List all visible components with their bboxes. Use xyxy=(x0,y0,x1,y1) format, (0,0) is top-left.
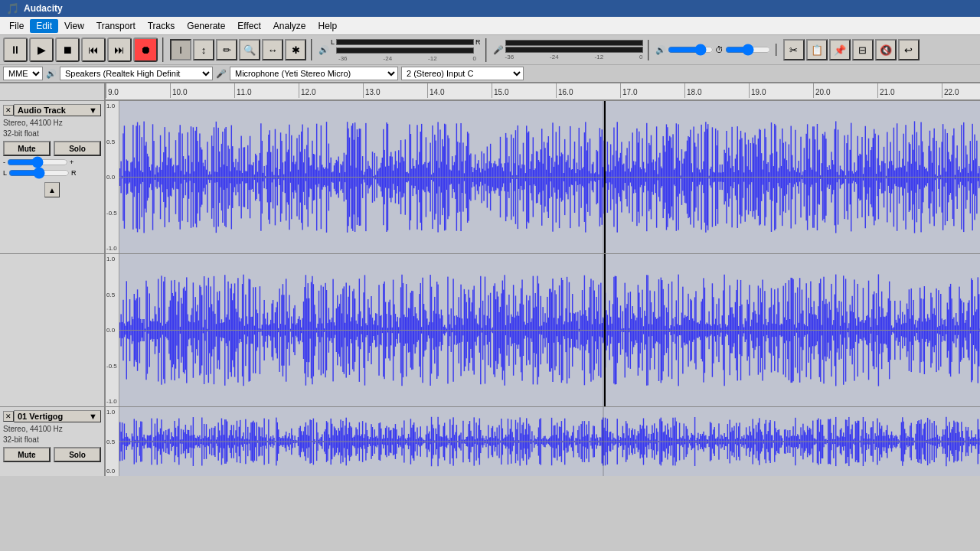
silence-button[interactable]: 🔇 xyxy=(875,39,897,60)
track-sample-rate-1: Stereo, 44100 Hz xyxy=(3,118,101,129)
volume-slider[interactable] xyxy=(668,44,714,56)
track-waveform-1b[interactable]: 1.0 0.5 0.0 -0.5 -1.0 xyxy=(106,254,980,406)
track-sample-rate-2: Stereo, 44100 Hz xyxy=(3,424,101,435)
track-waveform-1[interactable]: 1.0 0.5 0.0 -0.5 -1.0 xyxy=(106,101,980,253)
ruler-mark-20.0: 20.0 xyxy=(813,83,877,98)
gain-minus-1: - xyxy=(3,158,5,166)
menu-item-tracks[interactable]: Tracks xyxy=(142,19,181,33)
input-meter-section: 🎤 -36 -24 -12 0 xyxy=(493,40,649,60)
pan-left-1: L xyxy=(3,169,7,177)
ruler-mark-21.0: 21.0 xyxy=(877,83,942,98)
pan-right-1: R xyxy=(71,169,77,177)
output-device-select[interactable]: Speakers (Realtek High Definit xyxy=(60,67,213,80)
input-tick-2: -24 xyxy=(550,54,559,60)
track-dropdown-icon-1: ▼ xyxy=(89,106,97,115)
ruler-row: 9.010.011.012.013.014.015.016.017.018.01… xyxy=(0,83,980,101)
play-button[interactable]: ▶ xyxy=(29,37,54,62)
titlebar: 🎵 Audacity xyxy=(0,0,980,17)
api-select[interactable]: MME xyxy=(3,67,43,80)
solo-button-1[interactable]: Solo xyxy=(54,141,101,156)
y-axis-1: 1.0 0.5 0.0 -0.5 -1.0 xyxy=(106,101,119,253)
output-tick-2: -24 xyxy=(384,55,393,62)
output-tick-1: -36 xyxy=(338,55,348,62)
edit-tools-section: ✂ 📋 📌 ⊟ 🔇 ↩ xyxy=(783,39,924,60)
playback-icon: 🔊 xyxy=(318,45,329,55)
output-tick-3: -12 xyxy=(428,55,437,62)
select-tool-button[interactable]: I xyxy=(170,39,191,60)
multi-tool-button[interactable]: ✱ xyxy=(285,39,306,60)
tracks-container: ✕ Audio Track ▼ Stereo, 44100 Hz 32-bit … xyxy=(0,101,980,518)
zoom-tool-button[interactable]: 🔍 xyxy=(239,39,260,60)
track-close-1[interactable]: ✕ xyxy=(3,105,14,116)
ruler-mark-15.0: 15.0 xyxy=(492,83,556,98)
track-close-2[interactable]: ✕ xyxy=(3,411,14,422)
mic-icon-2: 🎤 xyxy=(216,69,227,79)
stop-button[interactable]: ⏹ xyxy=(55,37,80,62)
mute-button-2[interactable]: Mute xyxy=(3,447,51,462)
pan-row-1: L R xyxy=(3,168,101,178)
skip-end-button[interactable]: ⏭ xyxy=(107,37,132,62)
track-header-1: ✕ Audio Track ▼ xyxy=(3,104,101,116)
gain-plus-1: + xyxy=(70,158,74,166)
timeshift-tool-button[interactable]: ↔ xyxy=(262,39,283,60)
waveform-canvas-1b xyxy=(106,254,980,406)
waveform-canvas-1 xyxy=(106,101,980,253)
menu-item-help[interactable]: Help xyxy=(312,19,344,33)
record-button[interactable]: ⏺ xyxy=(133,37,158,62)
ruler-mark-16.0: 16.0 xyxy=(556,83,620,98)
ruler-inner: 9.010.011.012.013.014.015.016.017.018.01… xyxy=(106,83,980,99)
track-bit-depth-1: 32-bit float xyxy=(3,129,101,139)
track-name-2[interactable]: 01 Vertigog ▼ xyxy=(14,410,101,422)
ruler-mark-11.0: 11.0 xyxy=(234,83,299,98)
menu-item-analyze[interactable]: Analyze xyxy=(267,19,312,33)
ruler-mark-9.0: 9.0 xyxy=(106,83,170,98)
menu-item-file[interactable]: File xyxy=(3,19,30,33)
trim-button[interactable]: ⊟ xyxy=(852,39,874,60)
menu-item-effect[interactable]: Effect xyxy=(231,19,266,33)
draw-tool-button[interactable]: ✏ xyxy=(216,39,237,60)
track-mute-solo-1: Mute Solo xyxy=(3,141,101,156)
envelope-tool-button[interactable]: ↕ xyxy=(193,39,214,60)
main-area: 9.010.011.012.013.014.015.016.017.018.01… xyxy=(0,83,980,518)
volume-speed-section: 🔊 ⏱ xyxy=(655,44,777,56)
track-controls-2: ✕ 01 Vertigog ▼ Stereo, 44100 Hz 32-bit … xyxy=(0,407,106,476)
cut-button[interactable]: ✂ xyxy=(783,39,805,60)
gain-slider-1[interactable] xyxy=(7,158,68,167)
copy-button[interactable]: 📋 xyxy=(806,39,828,60)
menu-item-view[interactable]: View xyxy=(58,19,90,33)
pause-button[interactable]: ⏸ xyxy=(3,37,28,62)
y-axis-2: 1.0 0.5 0.0 xyxy=(106,407,119,476)
ruler-spacer xyxy=(0,83,106,100)
ruler-mark-14.0: 14.0 xyxy=(427,83,492,98)
track-collapse-1[interactable]: ▲ xyxy=(44,182,60,197)
tool-buttons: I ↕ ✏ 🔍 ↔ ✱ xyxy=(170,39,312,60)
track-row-1b: 1.0 0.5 0.0 -0.5 -1.0 xyxy=(0,254,980,407)
app-icon: 🎵 xyxy=(6,2,19,15)
ruler-mark-10.0: 10.0 xyxy=(170,83,234,98)
input-device-select[interactable]: Microphone (Yeti Stereo Micro) xyxy=(230,67,398,80)
output-L-label: L xyxy=(331,38,335,46)
ruler-mark-19.0: 19.0 xyxy=(749,83,813,98)
track-header-2: ✕ 01 Vertigog ▼ xyxy=(3,410,101,422)
skip-start-button[interactable]: ⏮ xyxy=(81,37,106,62)
menu-item-edit[interactable]: Edit xyxy=(30,19,58,33)
waveform-canvas-2 xyxy=(106,407,980,476)
ruler: 9.010.011.012.013.014.015.016.017.018.01… xyxy=(106,83,980,100)
speaker-icon: 🔊 xyxy=(46,69,57,79)
mute-button-1[interactable]: Mute xyxy=(3,141,51,156)
undo-button[interactable]: ↩ xyxy=(898,39,920,60)
track-name-label-2: 01 Vertigog xyxy=(18,412,63,421)
channels-select[interactable]: 2 (Stereo) Input C xyxy=(401,67,524,80)
pan-slider-1[interactable] xyxy=(8,168,70,178)
track-waveform-2[interactable]: 1.0 0.5 0.0 xyxy=(106,407,980,476)
input-tick-3: -12 xyxy=(595,54,604,60)
menu-item-generate[interactable]: Generate xyxy=(181,19,231,33)
speed-slider[interactable] xyxy=(725,44,771,56)
track-controls-1b xyxy=(0,254,106,406)
solo-button-2[interactable]: Solo xyxy=(54,447,101,462)
mic-icon: 🎤 xyxy=(493,45,504,55)
menu-item-transport[interactable]: Transport xyxy=(90,19,142,33)
track-name-1[interactable]: Audio Track ▼ xyxy=(14,104,101,116)
paste-button[interactable]: 📌 xyxy=(829,39,851,60)
output-R-label: R xyxy=(475,38,481,46)
